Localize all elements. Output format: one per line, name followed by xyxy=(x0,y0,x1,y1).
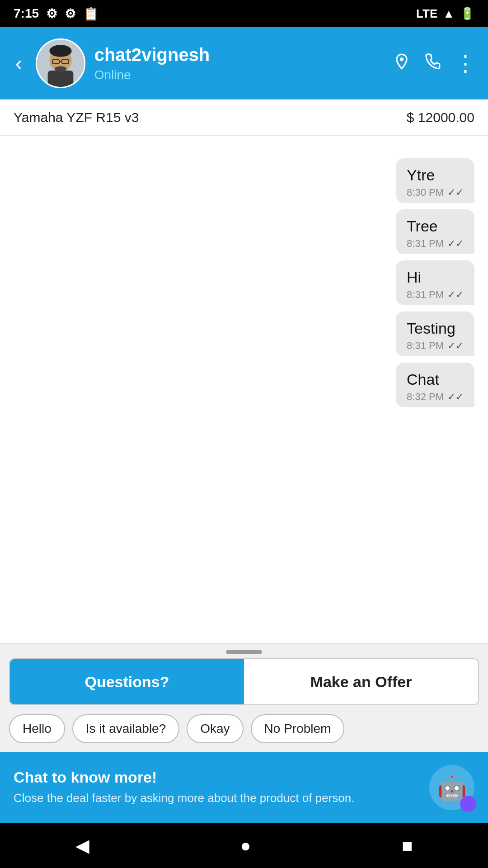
status-left: 7:15 ⚙ ⚙ 📋 xyxy=(14,6,99,21)
tab-buttons: Questions? Make an Offer xyxy=(9,658,479,705)
clipboard-icon: 📋 xyxy=(83,6,99,21)
message-bubble: Ytre 8:30 PM ✓✓ xyxy=(396,158,474,203)
double-check-icon: ✓✓ xyxy=(447,238,464,250)
message-time: 8:30 PM xyxy=(407,187,444,198)
message-time: 8:31 PM xyxy=(407,289,444,301)
user-info: chat2vignesh Online xyxy=(94,45,384,82)
message-time: 8:32 PM xyxy=(407,391,444,403)
product-price: $ 12000.00 xyxy=(407,110,474,125)
avatar xyxy=(36,38,85,88)
product-name: Yamaha YZF R15 v3 xyxy=(14,110,139,125)
quick-reply-chip[interactable]: Hello xyxy=(9,714,65,743)
time-display: 7:15 xyxy=(14,6,39,21)
drag-handle[interactable] xyxy=(0,644,488,658)
svg-point-3 xyxy=(49,45,71,57)
message-text: Testing xyxy=(407,320,464,337)
questions-tab[interactable]: Questions? xyxy=(10,659,244,704)
username: chat2vignesh xyxy=(94,45,384,65)
double-check-icon: ✓✓ xyxy=(447,187,464,198)
quick-reply-chip[interactable]: Okay xyxy=(187,714,243,743)
bottom-panel: Questions? Make an Offer HelloIs it avai… xyxy=(0,643,488,823)
double-check-icon: ✓✓ xyxy=(447,391,464,403)
message-text: Ytre xyxy=(407,166,464,184)
message-meta: 8:32 PM ✓✓ xyxy=(407,391,464,403)
svg-point-8 xyxy=(400,57,404,61)
quick-replies: HelloIs it available?OkayNo Problem xyxy=(0,714,488,752)
back-nav-icon[interactable]: ◀ xyxy=(75,835,89,856)
svg-rect-1 xyxy=(47,71,73,87)
location-icon[interactable] xyxy=(393,53,410,74)
more-options-icon[interactable]: ⋮ xyxy=(455,51,477,76)
drag-handle-bar xyxy=(226,650,262,654)
home-nav-icon[interactable]: ● xyxy=(240,835,251,856)
banner-desc: Close the deal faster by asking more abo… xyxy=(14,790,420,806)
quick-reply-chip[interactable]: Is it available? xyxy=(72,714,179,743)
message-text: Hi xyxy=(407,269,464,286)
status-right: LTE ▲ 🔋 xyxy=(416,7,474,21)
message-meta: 8:31 PM ✓✓ xyxy=(407,289,464,301)
quick-reply-chip[interactable]: No Problem xyxy=(251,714,345,743)
banner-text: Chat to know more! Close the deal faster… xyxy=(14,769,420,806)
gear-icon-2: ⚙ xyxy=(65,6,76,21)
chat-area: Ytre 8:30 PM ✓✓ Tree 8:31 PM ✓✓ Hi 8:31 … xyxy=(0,136,488,643)
message-bubble: Tree 8:31 PM ✓✓ xyxy=(396,209,474,254)
banner-icon: 🤖 xyxy=(429,765,474,810)
message-meta: 8:30 PM ✓✓ xyxy=(407,187,464,198)
svg-point-7 xyxy=(54,66,66,71)
app-bar: ‹ chat2vignesh Online xyxy=(0,27,488,99)
make-offer-tab[interactable]: Make an Offer xyxy=(244,659,478,704)
message-meta: 8:31 PM ✓✓ xyxy=(407,238,464,250)
product-bar: Yamaha YZF R15 v3 $ 12000.00 xyxy=(0,99,488,136)
message-text: Tree xyxy=(407,217,464,235)
nav-bar: ◀ ● ■ xyxy=(0,823,488,868)
message-bubble: Chat 8:32 PM ✓✓ xyxy=(396,363,474,407)
gear-icon-1: ⚙ xyxy=(46,6,57,21)
double-check-icon: ✓✓ xyxy=(447,340,464,352)
message-time: 8:31 PM xyxy=(407,238,444,250)
signal-icon: ▲ xyxy=(443,7,455,21)
online-status: Online xyxy=(94,68,384,82)
messages-container: Ytre 8:30 PM ✓✓ Tree 8:31 PM ✓✓ Hi 8:31 … xyxy=(14,149,474,407)
bubble-dot xyxy=(460,796,476,812)
message-text: Chat xyxy=(407,371,464,388)
double-check-icon: ✓✓ xyxy=(447,289,464,301)
chat-banner: Chat to know more! Close the deal faster… xyxy=(0,752,488,823)
banner-title: Chat to know more! xyxy=(14,769,420,786)
message-time: 8:31 PM xyxy=(407,340,444,352)
status-bar: 7:15 ⚙ ⚙ 📋 LTE ▲ 🔋 xyxy=(0,0,488,27)
battery-icon: 🔋 xyxy=(460,7,474,21)
recents-nav-icon[interactable]: ■ xyxy=(402,835,413,856)
phone-icon[interactable] xyxy=(424,53,441,74)
lte-label: LTE xyxy=(416,7,437,21)
back-button[interactable]: ‹ xyxy=(11,49,27,78)
message-bubble: Hi 8:31 PM ✓✓ xyxy=(396,260,474,305)
message-bubble: Testing 8:31 PM ✓✓ xyxy=(396,311,474,356)
header-actions: ⋮ xyxy=(393,51,477,76)
message-meta: 8:31 PM ✓✓ xyxy=(407,340,464,352)
